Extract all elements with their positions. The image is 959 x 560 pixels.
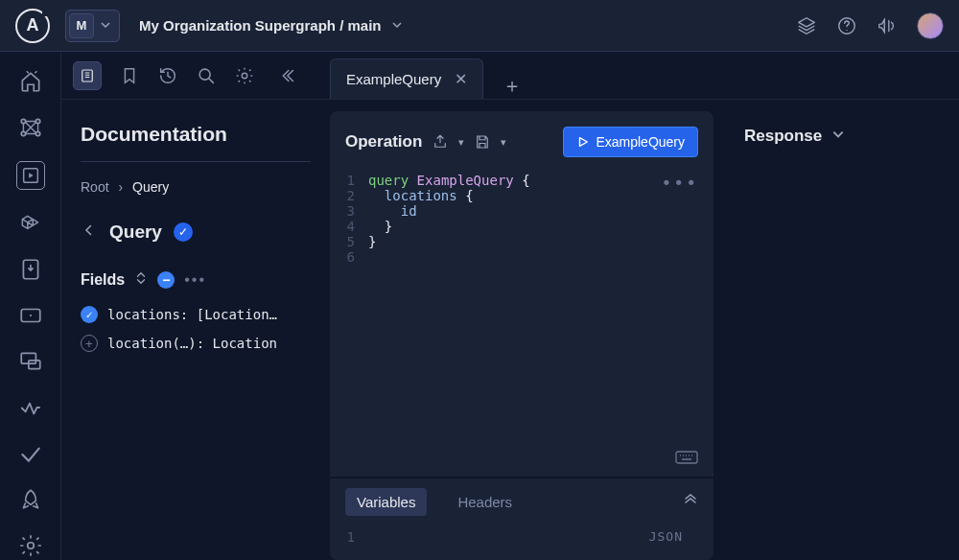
checks-icon[interactable]: [18, 441, 43, 466]
org-dropdown[interactable]: M: [65, 10, 120, 42]
collapse-panel-icon[interactable]: [276, 65, 297, 86]
breadcrumb: Root › Query: [81, 179, 311, 195]
megaphone-icon[interactable]: [877, 15, 898, 36]
documentation-panel: Documentation Root › Query Query ✓ Field…: [61, 100, 330, 560]
graph-breadcrumb[interactable]: My Organization Supergraph / main: [139, 17, 403, 34]
chevron-right-icon: ›: [118, 179, 123, 195]
schema-graph-icon[interactable]: [18, 115, 43, 140]
svg-rect-15: [676, 452, 697, 463]
chevron-down-icon[interactable]: ▾: [458, 136, 464, 149]
subgraphs-icon[interactable]: [18, 211, 43, 236]
svg-point-14: [242, 73, 247, 79]
operation-panel: Operation ▾ ▾ ExampleQuery ••• 1query Ex…: [330, 111, 713, 560]
topbar: A M My Organization Supergraph / main: [0, 0, 959, 52]
search-icon[interactable]: [196, 65, 217, 86]
bookmark-icon[interactable]: [119, 65, 140, 86]
editor-more-icon[interactable]: •••: [661, 173, 698, 193]
chevron-down-icon[interactable]: ▾: [501, 136, 506, 149]
svg-point-8: [29, 315, 31, 316]
response-title: Response: [744, 127, 822, 146]
gear-icon[interactable]: [234, 65, 255, 86]
fields-label: Fields: [81, 271, 125, 289]
keyboard-icon[interactable]: [675, 451, 698, 467]
field-item-location[interactable]: + location(…): Location: [81, 335, 311, 352]
tab-label: ExampleQuery: [346, 71, 441, 87]
check-badge-icon[interactable]: ✓: [174, 222, 193, 242]
save-icon[interactable]: [474, 133, 491, 151]
clients-icon[interactable]: [18, 303, 43, 328]
field-item-locations[interactable]: ✓ locations: [Location…: [81, 306, 311, 323]
svg-point-11: [27, 543, 34, 549]
avatar[interactable]: [917, 12, 944, 39]
tab-variables[interactable]: Variables: [345, 488, 427, 516]
svg-point-1: [21, 119, 25, 123]
breadcrumb-current: Query: [132, 179, 169, 195]
json-label: JSON: [649, 529, 683, 545]
changelog-icon[interactable]: [18, 257, 43, 282]
documentation-title: Documentation: [81, 123, 311, 146]
svg-point-4: [35, 131, 39, 135]
apollo-logo[interactable]: A: [15, 9, 50, 43]
share-icon[interactable]: [432, 133, 449, 151]
left-rail: [0, 52, 61, 560]
svg-point-2: [35, 119, 39, 123]
run-button[interactable]: ExampleQuery: [563, 127, 698, 157]
insights-icon[interactable]: [18, 395, 43, 420]
tab-example-query[interactable]: ExampleQuery ✕: [330, 58, 483, 99]
field-add-icon[interactable]: +: [81, 335, 98, 352]
svg-rect-10: [28, 361, 39, 369]
add-tab-icon[interactable]: ＋: [503, 73, 522, 99]
layers-icon[interactable]: [796, 15, 817, 36]
svg-rect-12: [82, 70, 93, 82]
close-icon[interactable]: ✕: [455, 70, 467, 88]
monitors-icon[interactable]: [18, 349, 43, 374]
explorer-icon[interactable]: [16, 161, 45, 190]
field-signature: location(…): Location: [107, 336, 277, 351]
chevron-down-icon: [100, 17, 111, 35]
type-heading: Query: [109, 222, 162, 243]
breadcrumb-root[interactable]: Root: [81, 179, 109, 195]
tab-headers[interactable]: Headers: [446, 488, 524, 516]
chevron-down-icon: [391, 17, 403, 34]
help-icon[interactable]: [836, 15, 857, 36]
divider: [81, 161, 311, 162]
operation-title: Operation: [345, 132, 422, 152]
org-badge: M: [69, 13, 94, 38]
collapse-all-icon[interactable]: −: [157, 271, 175, 289]
sort-icon[interactable]: [134, 271, 148, 289]
collapse-variables-icon[interactable]: [683, 493, 698, 512]
chevron-down-icon[interactable]: [831, 128, 845, 145]
svg-point-3: [21, 131, 25, 135]
field-signature: locations: [Location…: [107, 307, 277, 322]
home-icon[interactable]: [18, 69, 43, 94]
operation-editor[interactable]: ••• 1query ExampleQuery { 2 locations { …: [330, 167, 713, 477]
more-icon[interactable]: •••: [184, 271, 206, 289]
field-selected-icon[interactable]: ✓: [81, 306, 98, 323]
settings-icon[interactable]: [18, 533, 43, 558]
variables-panel: Variables Headers 1 JSON: [330, 477, 713, 560]
back-arrow-icon[interactable]: [81, 222, 98, 243]
doc-panel-toggle-icon[interactable]: [73, 61, 102, 90]
history-icon[interactable]: [157, 65, 178, 86]
launches-icon[interactable]: [18, 487, 43, 512]
response-panel: Response: [713, 100, 959, 560]
run-button-label: ExampleQuery: [596, 134, 685, 150]
explorer-toolbar: ExampleQuery ✕ ＋: [61, 52, 959, 100]
